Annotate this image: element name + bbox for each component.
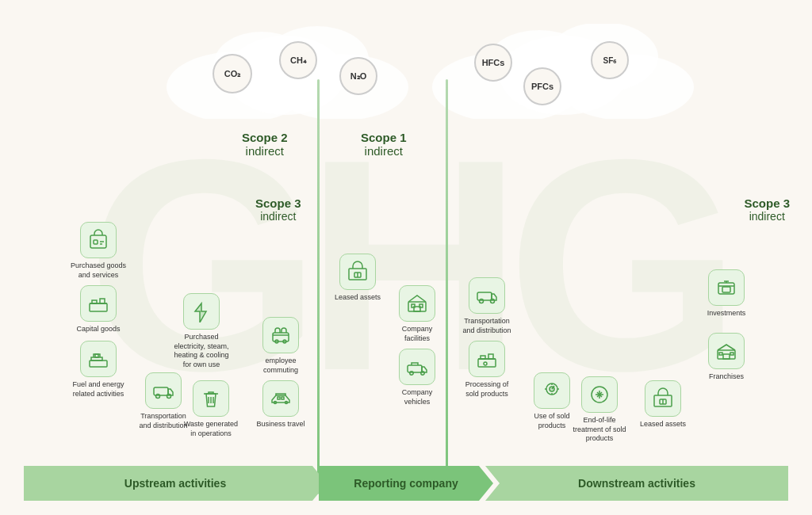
scope1-label: Scope 1 indirect — [361, 131, 407, 158]
business-travel-icon — [262, 380, 299, 417]
leased-assets-reporting-icon — [339, 254, 376, 290]
svg-point-46 — [491, 299, 495, 303]
n2o-bubble: N₂O — [339, 57, 377, 95]
svg-point-22 — [156, 395, 160, 399]
processing-sold-icon — [469, 341, 505, 377]
pfcs-bubble: PFCs — [523, 67, 561, 105]
svg-rect-58 — [719, 353, 722, 355]
svg-rect-16 — [100, 299, 105, 303]
svg-rect-29 — [282, 397, 284, 399]
investments-icon — [708, 269, 745, 306]
sf6-bubble: SF₆ — [591, 41, 629, 79]
transport-upstream-icon — [145, 372, 182, 409]
svg-rect-11 — [94, 240, 98, 244]
svg-rect-21 — [154, 387, 168, 395]
use-sold-icon — [534, 372, 570, 409]
employee-commuting-item: employee commuting — [252, 317, 309, 375]
upstream-label: Upstream activities — [124, 477, 226, 490]
company-facilities-item: Company facilities — [389, 285, 446, 343]
reporting-bar: Reporting company — [319, 466, 493, 501]
scope3-right-label: Scope 3 indirect — [744, 196, 790, 223]
upstream-bar: Upstream activities — [24, 466, 327, 501]
transport-downstream-icon — [469, 277, 505, 314]
svg-rect-20 — [95, 354, 98, 357]
purchased-electricity-item: Purchased electricity, steam, heating & … — [173, 293, 230, 370]
divider-left — [317, 79, 320, 491]
downstream-label: Downstream activities — [578, 477, 695, 490]
company-vehicles-item: Company vehicles — [389, 349, 446, 406]
processing-sold-item: Processing of sold products — [458, 341, 515, 399]
business-travel-item: Business travel — [252, 380, 309, 429]
leased-assets-downstream-item: Leased assets — [634, 380, 691, 429]
fuel-energy-item: Fuel and energy related activities — [70, 341, 127, 399]
franchises-icon — [708, 333, 745, 369]
svg-rect-44 — [477, 292, 492, 300]
waste-icon — [193, 380, 229, 417]
svg-rect-59 — [730, 353, 733, 355]
svg-rect-57 — [723, 354, 730, 359]
divider-right — [446, 79, 448, 491]
svg-rect-39 — [412, 304, 415, 307]
fuel-energy-icon — [80, 341, 117, 377]
svg-point-51 — [484, 362, 487, 365]
purchased-goods-icon — [80, 222, 117, 258]
downstream-bar: Downstream activities — [485, 466, 788, 501]
company-vehicles-icon — [399, 349, 435, 385]
hfcs-bubble: HFCs — [474, 44, 512, 82]
scope2-label: Scope 2 indirect — [242, 131, 288, 158]
end-of-life-icon — [581, 376, 618, 413]
capital-goods-item: Capital goods — [70, 285, 127, 334]
leased-assets-downstream-icon — [645, 380, 681, 417]
svg-rect-61 — [722, 287, 730, 292]
employee-commuting-icon — [262, 317, 299, 353]
svg-rect-18 — [90, 360, 107, 367]
svg-point-43 — [421, 372, 424, 375]
co2-bubble: CO₂ — [213, 54, 252, 93]
main-container: GHG CO₂ CH₄ N₂O HFCs PFCs SF₆ Scope 2 — [0, 0, 812, 515]
capital-goods-icon — [80, 285, 117, 322]
cloud-right — [428, 24, 698, 119]
investments-item: Investments — [698, 269, 755, 319]
scope3-left-label: Scope 3 indirect — [255, 196, 301, 223]
franchises-item: Franchises — [698, 333, 755, 382]
svg-rect-28 — [278, 397, 280, 399]
bottom-bar: Upstream activities Reporting company Do… — [24, 466, 788, 501]
company-facilities-icon — [399, 285, 435, 322]
svg-rect-49 — [488, 354, 493, 359]
waste-item: Waste generated in operations — [182, 380, 239, 438]
end-of-life-item: End-of-life treatment of sold products — [571, 376, 628, 444]
svg-rect-40 — [419, 304, 423, 307]
svg-point-45 — [480, 299, 484, 303]
svg-point-42 — [410, 372, 413, 375]
purchased-goods-item: Purchased goods and services — [70, 222, 127, 280]
purchased-electricity-icon — [183, 293, 220, 330]
svg-point-23 — [167, 395, 171, 399]
svg-rect-41 — [408, 365, 422, 372]
svg-rect-14 — [90, 303, 107, 311]
ch4-bubble: CH₄ — [279, 41, 317, 79]
reporting-label: Reporting company — [354, 477, 458, 490]
transport-downstream-item: Transportation and distribution — [458, 277, 515, 335]
leased-assets-reporting-item: Leased assets — [329, 254, 386, 303]
